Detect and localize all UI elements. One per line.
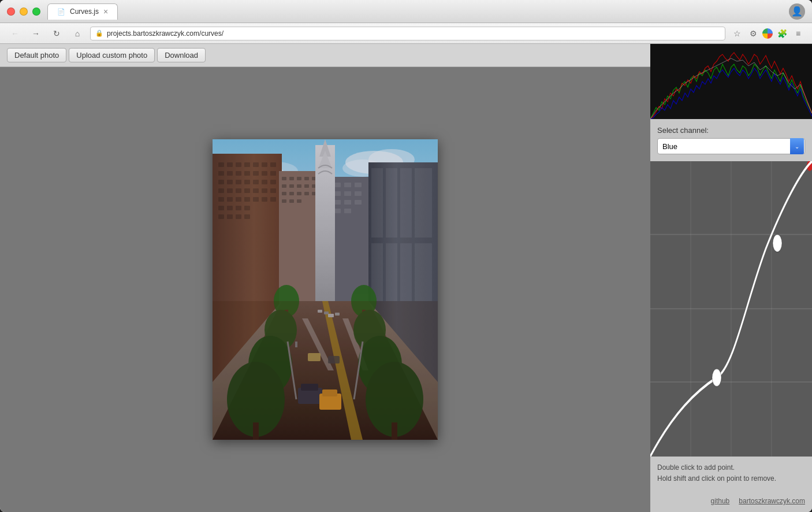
histogram-container [650,44,812,119]
minimize-button[interactable] [20,8,28,16]
back-button[interactable]: ← [7,25,23,42]
svg-point-143 [712,369,721,386]
menu-icon[interactable]: ≡ [791,27,805,40]
instruction-line1: Double click to add point. [657,462,805,473]
refresh-button[interactable]: ↻ [49,25,65,42]
browser-icon[interactable] [762,28,773,39]
channel-select-wrapper: RGB Red Green Blue ⌄ [657,138,805,154]
curves-svg[interactable] [650,161,812,457]
active-tab[interactable]: 📄 Curves.js × [47,3,118,20]
star-icon[interactable]: ☆ [730,27,744,40]
download-button[interactable]: Download [157,48,206,62]
channel-select[interactable]: RGB Red Green Blue [657,138,805,154]
title-bar: 📄 Curves.js × 👤 [0,0,812,23]
toolbar: Default photo Upload custom photo Downlo… [0,44,650,67]
canvas-area [0,67,650,512]
footer-links: github bartoszkrawczyk.com [650,490,812,512]
url-text: projects.bartoszkrawczyk.com/curves/ [107,29,224,38]
svg-point-144 [773,235,782,252]
channel-selector-area: Select channel: RGB Red Green Blue ⌄ [650,119,812,161]
photo-display [213,139,438,440]
github-link[interactable]: github [711,497,730,505]
site-link[interactable]: bartoszkrawczyk.com [739,497,805,505]
upload-photo-button[interactable]: Upload custom photo [69,48,155,62]
svg-rect-133 [213,301,438,440]
nav-icons: ☆ ⚙ 🧩 ≡ [730,27,805,40]
traffic-lights [7,8,40,16]
instructions: Double click to add point. Hold shift an… [650,457,812,490]
main-area: Default photo Upload custom photo Downlo… [0,44,650,512]
tab-close-icon[interactable]: × [103,8,108,16]
default-photo-button[interactable]: Default photo [7,48,66,62]
photo-scene-svg [213,139,438,440]
lock-icon: 🔒 [95,29,103,37]
instruction-line2: Hold shift and click on point to remove. [657,473,805,484]
tab-bar: 📄 Curves.js × [47,3,789,20]
url-bar[interactable]: 🔒 projects.bartoszkrawczyk.com/curves/ [90,27,725,40]
forward-button[interactable]: → [28,25,44,42]
tab-title: Curves.js [70,8,99,16]
extension-icon[interactable]: 🧩 [775,27,789,40]
nav-bar: ← → ↻ ⌂ 🔒 projects.bartoszkrawczyk.com/c… [0,23,812,44]
home-button[interactable]: ⌂ [69,25,85,42]
curves-editor[interactable] [650,161,812,457]
tab-page-icon: 📄 [57,8,65,16]
maximize-button[interactable] [32,8,40,16]
page-content: Default photo Upload custom photo Downlo… [0,44,812,512]
settings-icon[interactable]: ⚙ [746,27,760,40]
browser-window: 📄 Curves.js × 👤 ← → ↻ ⌂ 🔒 projects.barto… [0,0,812,512]
close-button[interactable] [7,8,15,16]
profile-icon[interactable]: 👤 [789,3,805,20]
channel-label: Select channel: [657,126,805,135]
histogram-svg [650,44,812,119]
right-panel: Select channel: RGB Red Green Blue ⌄ [650,44,812,512]
